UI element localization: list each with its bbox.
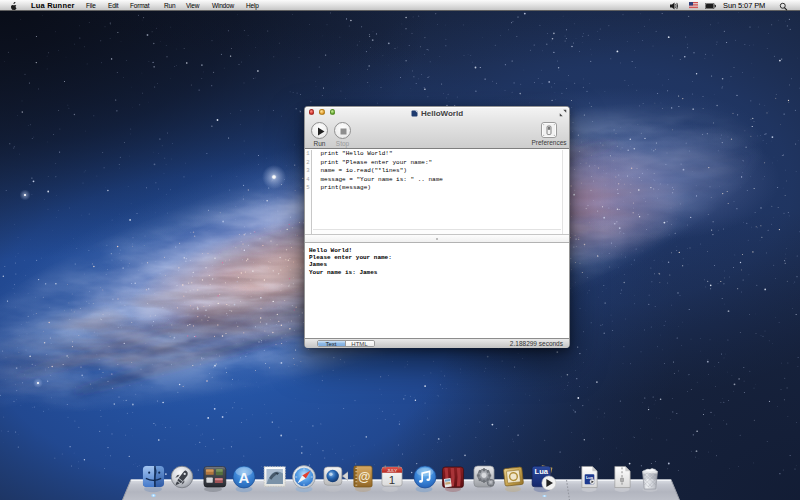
svg-text:A: A (239, 469, 250, 486)
svg-text:Lua: Lua (535, 467, 549, 476)
svg-text:@: @ (358, 470, 370, 484)
svg-text:JULY: JULY (387, 468, 397, 473)
svg-text:1: 1 (389, 474, 395, 486)
